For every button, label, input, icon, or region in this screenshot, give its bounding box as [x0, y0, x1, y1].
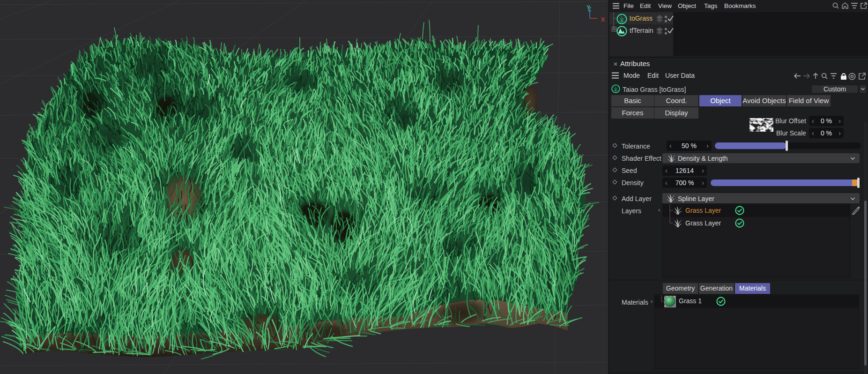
svg-text:X: X [601, 16, 605, 23]
svg-text:Z: Z [588, 6, 591, 13]
